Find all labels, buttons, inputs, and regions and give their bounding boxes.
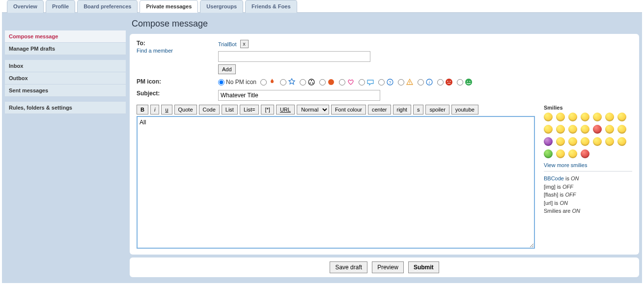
tb-quote[interactable]: Quote — [174, 105, 197, 114]
tb-font-size[interactable]: Normal — [297, 105, 329, 114]
tab-profile[interactable]: Profile — [46, 0, 75, 13]
submit-button[interactable]: Submit — [408, 261, 439, 273]
pm-icon-glyph-6: ? — [386, 78, 394, 86]
tb-strike[interactable]: s — [413, 105, 424, 114]
pm-icon-radio-3[interactable] — [319, 79, 326, 86]
tb-center[interactable]: center — [368, 105, 391, 114]
sidebar-item-compose[interactable]: Compose message — [5, 30, 126, 43]
subject-input[interactable] — [218, 90, 380, 101]
tb-font-colour[interactable]: Font colour — [331, 105, 366, 114]
pm-icon-radio-0[interactable] — [260, 79, 267, 86]
tab-usergroups[interactable]: Usergroups — [200, 0, 243, 13]
tab-private-messages[interactable]: Private messages — [140, 0, 198, 13]
smiley-2[interactable] — [568, 113, 577, 121]
to-input[interactable] — [218, 51, 370, 62]
smiley-10[interactable] — [581, 125, 589, 134]
tb-list[interactable]: List — [222, 105, 238, 114]
smiley-24[interactable] — [581, 149, 589, 158]
smiley-8[interactable] — [556, 125, 565, 134]
find-member-link[interactable]: Find a member — [137, 48, 218, 54]
smiley-3[interactable] — [581, 113, 589, 121]
tb-spoiler[interactable]: spoiler — [425, 105, 449, 114]
pm-icon-radio-1[interactable] — [280, 79, 286, 86]
svg-point-8 — [409, 84, 410, 85]
smiley-23[interactable] — [568, 149, 577, 158]
svg-point-2 — [309, 83, 310, 84]
pm-icon-option-7[interactable] — [398, 78, 414, 86]
smiley-9[interactable] — [568, 125, 577, 134]
pm-icon-option-8[interactable]: i — [418, 78, 433, 86]
preview-button[interactable]: Preview — [372, 261, 404, 273]
smiley-21[interactable] — [544, 149, 553, 158]
smiley-1[interactable] — [556, 113, 565, 121]
smiley-7[interactable] — [544, 125, 553, 134]
smiley-19[interactable] — [605, 137, 614, 146]
sidebar-item-rules[interactable]: Rules, folders & settings — [5, 102, 126, 114]
tb-youtube[interactable]: youtube — [451, 105, 478, 114]
add-recipient-button[interactable]: Add — [218, 64, 236, 74]
tb-right[interactable]: right — [393, 105, 411, 114]
pm-icon-radio-8[interactable] — [418, 79, 424, 86]
editor-toolbar: B i u Quote Code List List= [*] URL Norm… — [137, 105, 535, 114]
remove-recipient-button[interactable]: x — [240, 40, 249, 48]
pm-icon-glyph-1 — [288, 78, 296, 86]
smiley-6[interactable] — [617, 113, 626, 121]
svg-point-15 — [467, 81, 468, 82]
svg-point-12 — [448, 81, 448, 82]
smiley-4[interactable] — [593, 113, 602, 121]
pm-icon-option-6[interactable]: ? — [378, 78, 394, 86]
pm-icon-radio-6[interactable] — [378, 79, 385, 86]
smiley-14[interactable] — [544, 137, 553, 146]
pm-icon-option-3[interactable] — [319, 78, 335, 86]
tb-code[interactable]: Code — [199, 105, 220, 114]
view-more-smilies-link[interactable]: View more smilies — [544, 162, 587, 168]
smiley-20[interactable] — [617, 137, 626, 146]
smiley-11[interactable] — [593, 125, 602, 134]
tb-list-eq[interactable]: List= — [240, 105, 259, 114]
tb-url[interactable]: URL — [276, 105, 295, 114]
bbcode-status: BBCode is ON [img] is OFF [flash] is OFF… — [544, 171, 632, 215]
smiley-5[interactable] — [605, 113, 614, 121]
bbcode-link[interactable]: BBCode — [544, 175, 564, 181]
pm-icon-option-1[interactable] — [280, 78, 296, 86]
pm-icon-option-4[interactable] — [339, 78, 355, 86]
tb-bold[interactable]: B — [137, 105, 148, 114]
pm-icon-radio-10[interactable] — [457, 79, 463, 86]
sidebar-item-inbox[interactable]: Inbox — [5, 60, 126, 72]
smiley-22[interactable] — [556, 149, 565, 158]
message-textarea[interactable] — [137, 116, 535, 249]
pm-icon-option-9[interactable] — [437, 78, 453, 86]
tb-italic[interactable]: i — [150, 105, 159, 114]
pm-icon-option-2[interactable] — [300, 78, 315, 86]
pm-icon-option-0[interactable] — [260, 78, 276, 86]
pm-icon-radio-4[interactable] — [339, 79, 345, 86]
svg-text:?: ? — [389, 80, 392, 85]
pm-icon-none-radio[interactable] — [218, 79, 224, 86]
smiley-0[interactable] — [544, 113, 553, 121]
tab-board-preferences[interactable]: Board preferences — [77, 0, 138, 13]
smiley-17[interactable] — [581, 137, 589, 146]
pm-icon-none[interactable]: No PM icon — [218, 79, 256, 86]
pm-icon-radio-5[interactable] — [359, 79, 365, 86]
tab-overview[interactable]: Overview — [7, 0, 44, 13]
pm-icon-radio-2[interactable] — [300, 79, 306, 86]
pm-icon-radio-9[interactable] — [437, 79, 444, 86]
sidebar-item-drafts[interactable]: Manage PM drafts — [5, 43, 126, 55]
sidebar-item-outbox[interactable]: Outbox — [5, 72, 126, 85]
save-draft-button[interactable]: Save draft — [330, 261, 367, 273]
pm-icon-glyph-5 — [366, 78, 374, 86]
smiley-13[interactable] — [617, 125, 626, 134]
tb-underline[interactable]: u — [161, 105, 172, 114]
pm-icon-option-10[interactable] — [457, 78, 473, 86]
pm-icon-glyph-2 — [308, 78, 315, 86]
pm-icon-glyph-7 — [406, 78, 414, 86]
smiley-12[interactable] — [605, 125, 614, 134]
smiley-15[interactable] — [556, 137, 565, 146]
smiley-16[interactable] — [568, 137, 577, 146]
tab-friends-foes[interactable]: Friends & Foes — [245, 0, 297, 13]
pm-icon-option-5[interactable] — [359, 78, 374, 86]
tb-list-item[interactable]: [*] — [261, 105, 274, 114]
pm-icon-radio-7[interactable] — [398, 79, 404, 86]
smiley-18[interactable] — [593, 137, 602, 146]
sidebar-item-sent[interactable]: Sent messages — [5, 85, 126, 97]
